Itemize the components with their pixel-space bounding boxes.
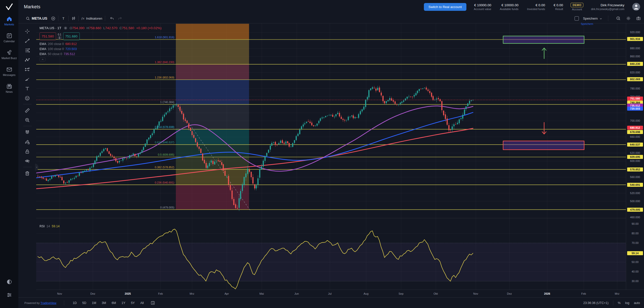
drawing-lock-tool-icon[interactable] (23, 137, 32, 147)
indicator-params: 50 close 0 (48, 52, 62, 56)
zoom-in-tool-icon[interactable] (23, 115, 32, 125)
sell-button[interactable]: 751.580 (39, 32, 56, 40)
broker-logo-checkmark-icon[interactable] (4, 2, 14, 12)
fib-level-label[interactable]: 0.5 (609.695) (158, 153, 174, 156)
range-button-3m[interactable]: 3M (102, 301, 106, 305)
emoji-tool-icon[interactable] (23, 93, 32, 103)
ema-200-legend-row[interactable]: EMA200 close 0680.912 (39, 42, 162, 46)
stat-available-funds: € 10000.00Available funds (500, 3, 518, 11)
rsi-length: 14 (47, 225, 50, 228)
time-axis[interactable]: NovDez2025FebMrzAprMaiJunJulAugSepOktNov… (36, 290, 626, 297)
fib-retracement-tool-icon[interactable] (23, 46, 32, 55)
ema-100-legend-row[interactable]: EMA100 close 0720.503 (39, 47, 162, 51)
brush-tool-icon[interactable] (23, 74, 32, 84)
lock-all-tool-icon[interactable] (23, 147, 32, 156)
save-tooltip: Speichern (581, 22, 593, 25)
price-tick: 70.00 (626, 241, 644, 244)
fib-level-label[interactable]: 1 (740.384) (160, 101, 174, 104)
gear-icon[interactable] (626, 16, 631, 21)
go-to-date-icon[interactable] (150, 300, 155, 305)
hide-series-icon[interactable] (63, 26, 68, 30)
sidebar-item-market-buzz[interactable]: Market Buzz (0, 49, 18, 60)
fib-level-label[interactable]: 0.236 (540.691) (155, 181, 174, 184)
range-button-5d[interactable]: 5D (82, 301, 86, 305)
price-axis[interactable]: 920.000880.000860.000820.000780.000760.0… (626, 23, 644, 290)
text-tool-icon[interactable] (23, 84, 32, 93)
range-button-1y[interactable]: 1Y (122, 301, 125, 305)
sidebar-item-label: Markets (4, 23, 14, 26)
trading-app: MarketsCalendarMarket BuzzMessagesNews M… (0, 0, 644, 308)
quick-search-flash-icon[interactable] (616, 16, 621, 21)
user-email: dirk.friczewsky@gmail.com (591, 8, 624, 11)
toolbar-separator (23, 126, 32, 126)
envelope-icon (6, 66, 13, 73)
time-tick: Mai (259, 292, 264, 295)
price-badge: 751.580 (627, 97, 643, 101)
sidebar-item-messages[interactable]: Messages (0, 66, 18, 76)
indicators-button[interactable]: ƒx Indikatoren (81, 16, 102, 20)
sidebar-item-news[interactable]: News (0, 83, 18, 93)
redo-icon[interactable] (118, 16, 122, 21)
buy-button[interactable]: 751.680 (63, 32, 80, 40)
price-chart-canvas[interactable] (36, 23, 626, 290)
preferences-icon[interactable] (6, 292, 12, 298)
fib-level-label[interactable]: 0.382 (578.852) (155, 166, 174, 169)
nav-items: MarketsCalendarMarket BuzzMessagesNews (0, 16, 18, 93)
undo-icon[interactable] (110, 16, 114, 21)
log-scale-button[interactable]: log (625, 301, 629, 305)
layout-checkbox[interactable] (575, 16, 579, 21)
sidebar-item-calendar[interactable]: Calendar (0, 32, 18, 43)
remove-all-tool-icon[interactable] (23, 168, 32, 178)
sidebar-item-markets[interactable]: Markets (0, 16, 18, 26)
chart-toolbar-right: Speichern Speichern (575, 16, 644, 21)
range-button-6m[interactable]: 6M (112, 301, 116, 305)
auto-scale-button[interactable]: auto (634, 301, 640, 305)
range-button-all[interactable]: All (140, 301, 144, 305)
stat-label: Account value (474, 8, 491, 11)
stat-value: € 10000.00 (502, 3, 519, 7)
price-badge: 540.691 (627, 183, 643, 187)
time-tick: Jun (294, 292, 299, 295)
save-label: Speichern (583, 17, 598, 20)
range-button-1m[interactable]: 1M (92, 301, 96, 305)
toolbar-divider (68, 16, 69, 21)
clock[interactable]: 23:36:36 (UTC+1) (583, 301, 608, 305)
avatar[interactable] (632, 3, 640, 11)
fib-level-label[interactable]: 0 (479.005) (160, 206, 174, 209)
hide-all-tool-icon[interactable] (23, 156, 32, 166)
tradingview-link[interactable]: TradingView (41, 301, 56, 304)
trend-line-tool-icon[interactable] (23, 36, 32, 46)
percent-scale-button[interactable]: % (618, 301, 621, 305)
xabcd-pattern-tool-icon[interactable] (23, 55, 32, 65)
chart-type-candles-icon[interactable] (71, 16, 76, 21)
time-tick: Jul (328, 292, 332, 295)
add-symbol-icon[interactable] (51, 16, 56, 21)
rsi-name: RSI (39, 225, 45, 228)
fib-level-label[interactable]: 1.236 (802.069) (155, 76, 174, 79)
crosshair-tool-icon[interactable] (23, 26, 32, 36)
price-badge: 720.503 (627, 107, 643, 111)
price-tick: 50.00 (626, 260, 644, 263)
ema-legend-rows: EMA200 close 0680.912EMA100 close 0720.5… (39, 42, 162, 56)
legend-collapse-button[interactable] (39, 58, 46, 61)
price-tick: 620.000 (626, 151, 644, 154)
bottom-bar: Powered by TradingView 1D5D1M3M6M1Y5YAll… (18, 297, 644, 308)
prediction-tool-icon[interactable] (23, 65, 32, 74)
range-button-1d[interactable]: 1D (73, 301, 77, 305)
symbol-search-button[interactable]: META.US (25, 16, 47, 21)
fx-icon: ƒx (81, 16, 84, 20)
interval-button[interactable]: T (61, 17, 66, 20)
measure-tool-icon[interactable] (23, 106, 32, 115)
range-button-5y[interactable]: 5Y (131, 301, 135, 305)
ema-50-legend-row[interactable]: EMA50 close 0735.512 (39, 52, 162, 56)
sidebar-item-label: News (6, 90, 13, 93)
bottom-bar-right: 23:36:36 (UTC+1) % log auto (583, 300, 644, 305)
magnet-tool-icon[interactable] (23, 127, 32, 137)
price-badge: 802.069 (627, 77, 643, 81)
fib-level-label[interactable]: 0.618 (640.537) (155, 141, 174, 144)
switch-to-real-account-button[interactable]: Switch to Real account (424, 3, 466, 11)
camera-icon[interactable] (636, 16, 641, 21)
fib-level-label[interactable]: 0.764 (678.698) (155, 125, 174, 128)
save-button[interactable]: Speichern (583, 17, 602, 20)
theme-icon[interactable] (6, 279, 12, 285)
